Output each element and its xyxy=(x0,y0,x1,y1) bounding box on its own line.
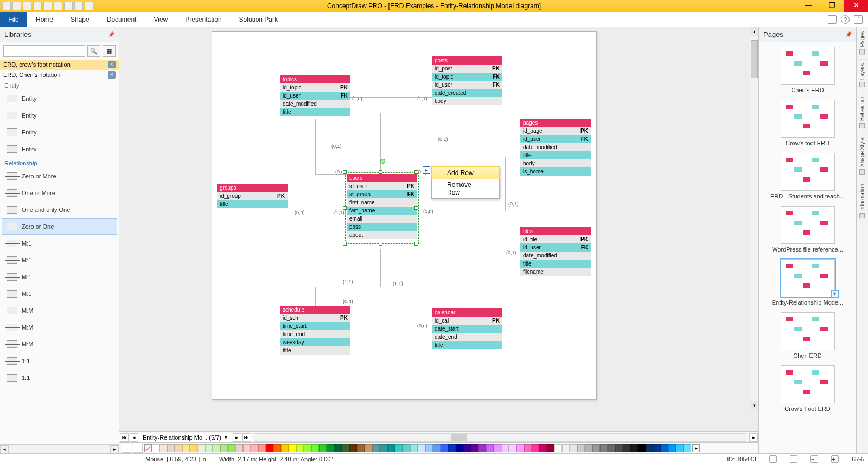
scroll-right-icon[interactable]: ▸ xyxy=(110,445,119,453)
color-swatch[interactable] xyxy=(387,444,395,452)
side-tab-pages[interactable]: Pages xyxy=(857,27,868,59)
qat-open-icon[interactable] xyxy=(23,2,31,10)
color-swatch[interactable] xyxy=(494,444,501,452)
side-tab-information[interactable]: Information xyxy=(857,179,868,223)
color-swatch[interactable] xyxy=(676,444,684,452)
color-swatch[interactable] xyxy=(608,444,615,452)
color-swatch[interactable] xyxy=(220,444,228,452)
library-tag-crows-foot[interactable]: ERD, crow's foot notation × xyxy=(0,60,119,70)
color-swatch[interactable] xyxy=(562,444,570,452)
fit-page-icon[interactable] xyxy=(790,455,797,463)
search-icon[interactable]: 🔍 xyxy=(87,45,100,57)
vertical-scrollbar[interactable]: ▴ ▾ xyxy=(750,27,758,410)
library-search-input[interactable] xyxy=(3,45,85,57)
color-swatch[interactable] xyxy=(615,444,623,452)
color-swatch[interactable] xyxy=(463,444,471,452)
fill-tool-icon[interactable] xyxy=(122,444,131,453)
erd-table-topics[interactable]: topicsid_topicPKid_userFKdate_modifiedti… xyxy=(280,75,350,116)
chevron-down-icon[interactable]: ▼ xyxy=(831,290,839,298)
library-item[interactable]: Zero or More xyxy=(2,168,117,184)
side-tab-layers[interactable]: Layers xyxy=(857,59,868,92)
color-swatch[interactable] xyxy=(266,444,273,452)
maximize-button[interactable]: ❐ xyxy=(820,0,844,12)
library-item[interactable]: Entity xyxy=(2,91,117,107)
library-item[interactable]: 1:1 xyxy=(2,353,117,369)
close-icon[interactable]: × xyxy=(108,61,116,68)
color-swatch[interactable] xyxy=(418,444,425,452)
rotation-handle[interactable] xyxy=(380,159,385,164)
color-swatch[interactable] xyxy=(175,444,182,452)
color-swatch[interactable] xyxy=(509,444,516,452)
color-swatch[interactable] xyxy=(342,444,349,452)
color-swatch[interactable] xyxy=(365,444,372,452)
zoom-out-icon[interactable]: − xyxy=(810,455,818,463)
library-item[interactable]: Entity xyxy=(2,107,117,124)
color-swatch[interactable] xyxy=(235,444,243,452)
qat-print-icon[interactable] xyxy=(64,2,73,10)
color-swatch[interactable] xyxy=(532,444,539,452)
qat-paste-icon[interactable] xyxy=(85,2,93,10)
tab-prev-icon[interactable]: ◂ xyxy=(130,433,138,442)
file-tab[interactable]: File xyxy=(0,12,27,27)
color-swatch[interactable] xyxy=(197,444,205,452)
color-swatch[interactable] xyxy=(456,444,463,452)
color-swatch[interactable] xyxy=(372,444,380,452)
help-icon[interactable]: ? xyxy=(841,15,850,24)
color-swatch[interactable] xyxy=(486,444,494,452)
qat-new-icon[interactable] xyxy=(12,2,21,10)
library-item[interactable]: One or More xyxy=(2,185,117,201)
close-icon[interactable]: × xyxy=(108,71,116,79)
selection-handle[interactable] xyxy=(414,242,418,246)
color-swatch[interactable] xyxy=(577,444,585,452)
library-item[interactable]: M:1 xyxy=(2,235,117,252)
color-swatch[interactable] xyxy=(638,444,646,452)
library-item[interactable]: 1:1 xyxy=(2,370,117,386)
color-swatch[interactable] xyxy=(205,444,213,452)
library-item[interactable]: M:M xyxy=(2,302,117,319)
tab-first-icon[interactable]: ⏮ xyxy=(120,433,129,442)
color-swatch[interactable] xyxy=(600,444,608,452)
page-thumbnail[interactable] xyxy=(781,206,835,244)
selection-handle[interactable] xyxy=(343,242,347,246)
color-swatch[interactable] xyxy=(668,444,676,452)
color-swatch[interactable] xyxy=(403,444,410,452)
hand-tool-icon[interactable] xyxy=(769,455,777,463)
selection-handle[interactable] xyxy=(414,170,418,174)
library-item[interactable]: Zero or One xyxy=(2,218,117,235)
qat-redo-icon[interactable] xyxy=(54,2,62,10)
ribbon-tab-shape[interactable]: Shape xyxy=(62,12,98,27)
context-menu-item[interactable]: Remove Row xyxy=(432,179,499,198)
library-item[interactable]: M:1 xyxy=(2,252,117,268)
ribbon-tab-solution-park[interactable]: Solution Park xyxy=(231,12,286,27)
color-swatch[interactable] xyxy=(570,444,577,452)
erd-table-schedule[interactable]: scheduleid_schPKtime_starttime_endweekda… xyxy=(280,306,350,355)
color-swatch[interactable] xyxy=(167,444,175,452)
color-swatch[interactable] xyxy=(159,444,167,452)
color-swatch[interactable] xyxy=(623,444,630,452)
library-item[interactable]: M:M xyxy=(2,336,117,352)
color-swatch[interactable] xyxy=(516,444,524,452)
color-swatch[interactable] xyxy=(471,444,478,452)
color-swatch[interactable] xyxy=(646,444,653,452)
scrollbar-thumb[interactable] xyxy=(451,434,467,441)
library-item[interactable]: M:M xyxy=(2,319,117,336)
libraries-hscroll[interactable]: ◂ ▸ xyxy=(0,444,119,453)
color-swatch[interactable] xyxy=(592,444,600,452)
selection-handle[interactable] xyxy=(343,206,347,210)
page-thumbnail[interactable] xyxy=(781,100,835,138)
page-thumbnail[interactable] xyxy=(781,365,835,403)
scroll-down-icon[interactable]: ▾ xyxy=(750,401,758,410)
color-swatch[interactable] xyxy=(684,444,691,452)
color-swatch[interactable] xyxy=(251,444,258,452)
no-fill-swatch[interactable] xyxy=(144,444,152,452)
selection-handle[interactable] xyxy=(379,170,382,174)
color-swatch[interactable] xyxy=(653,444,661,452)
color-swatch[interactable] xyxy=(243,444,251,452)
color-swatch[interactable] xyxy=(213,444,220,452)
erd-table-calendar[interactable]: calendarid_calPKdate_startdate_endtitle xyxy=(432,308,502,349)
color-swatch[interactable] xyxy=(289,444,296,452)
color-swatch[interactable] xyxy=(478,444,486,452)
color-swatch[interactable] xyxy=(433,444,441,452)
page-thumbnail[interactable] xyxy=(781,312,835,350)
page-thumbnail[interactable] xyxy=(781,47,835,85)
